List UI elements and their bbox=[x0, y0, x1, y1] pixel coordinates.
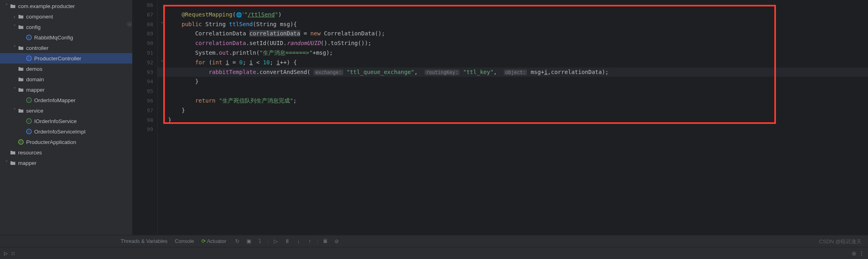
fold-marker[interactable] bbox=[158, 86, 166, 96]
fold-column[interactable]: ˅˅ bbox=[158, 0, 166, 134]
pause-icon[interactable]: ⏸ bbox=[283, 237, 291, 245]
code-line[interactable]: System.out.println("生产消息======>"+msg); bbox=[158, 48, 868, 58]
tree-item-rabbitmqconfig[interactable]: CRabbitMqConfig bbox=[0, 32, 132, 43]
fold-marker[interactable] bbox=[158, 68, 166, 77]
editor-pane: 868788o8990919293949596979899 ˅˅ @Reques… bbox=[133, 0, 868, 235]
package-icon bbox=[10, 3, 16, 9]
tree-item-iorderinfoservice[interactable]: IIOrderInfoService bbox=[0, 116, 132, 126]
debug-tab-actuator[interactable]: ⟳ Actuator bbox=[201, 238, 226, 244]
gutter-line[interactable]: 90 bbox=[133, 39, 153, 48]
chevron-down-icon[interactable]: ˅ bbox=[11, 24, 18, 30]
step-over-icon[interactable]: ⤵ bbox=[256, 237, 264, 245]
step-into-icon[interactable]: ↓ bbox=[294, 237, 302, 245]
code-line[interactable]: } bbox=[158, 77, 868, 86]
gutter-line[interactable]: 93 bbox=[133, 68, 153, 77]
chevron-down-icon[interactable]: ˅ bbox=[3, 160, 10, 166]
tree-item-label: IOrderInfoService bbox=[34, 118, 77, 124]
code-line[interactable]: return "生产死信队列生产消息完成"; bbox=[158, 96, 868, 106]
tree-item-domain[interactable]: domain bbox=[0, 74, 132, 84]
chevron-down-icon[interactable]: ˅ bbox=[11, 86, 18, 93]
tree-item-mapper[interactable]: ˅mapper bbox=[0, 158, 132, 168]
code-line[interactable]: } bbox=[158, 106, 868, 115]
code-line[interactable]: CorrelationData correlationData = new Co… bbox=[158, 29, 868, 39]
tree-item-orderinfoserviceimpl[interactable]: COrderInfoServiceImpl bbox=[0, 126, 132, 137]
gutter-line[interactable]: 87 bbox=[133, 10, 153, 20]
terminal-icon[interactable]: □ bbox=[12, 251, 14, 256]
package-icon bbox=[18, 45, 24, 51]
class-icon: C bbox=[26, 34, 32, 41]
gutter-line[interactable]: 88o bbox=[133, 20, 153, 29]
fold-marker[interactable] bbox=[158, 77, 166, 86]
fold-marker[interactable] bbox=[158, 106, 166, 115]
step-out-icon[interactable]: ↑ bbox=[306, 237, 314, 245]
tree-item-mapper[interactable]: ˅mapper bbox=[0, 84, 132, 95]
editor-gutter[interactable]: 868788o8990919293949596979899 bbox=[133, 0, 158, 235]
gutter-line[interactable]: 99 bbox=[133, 125, 153, 134]
gutter-line[interactable]: 97 bbox=[133, 106, 153, 115]
fold-marker[interactable]: ˅ bbox=[158, 20, 166, 29]
fold-marker[interactable]: ˅ bbox=[158, 58, 166, 68]
tree-item-producterapplication[interactable]: ProducterApplication bbox=[0, 137, 132, 147]
gutter-line[interactable]: 94 bbox=[133, 77, 153, 86]
tree-item-component[interactable]: ›component bbox=[0, 11, 132, 22]
tree-item-label: config bbox=[26, 24, 41, 30]
code-line[interactable]: @RequestMapping(🌐˅"/ttlSend") bbox=[158, 10, 868, 20]
fold-marker[interactable] bbox=[158, 29, 166, 39]
chevron-right-icon[interactable]: › bbox=[11, 13, 18, 20]
package-icon bbox=[18, 86, 24, 93]
fold-marker[interactable] bbox=[158, 96, 166, 106]
package-icon bbox=[18, 66, 24, 72]
gutter-override-icon[interactable]: o bbox=[127, 22, 132, 27]
more-icon[interactable]: ⋮ bbox=[859, 251, 864, 256]
gutter-line[interactable]: 92 bbox=[133, 58, 153, 68]
tree-item-controller[interactable]: ˅controller bbox=[0, 43, 132, 53]
fold-marker[interactable] bbox=[158, 115, 166, 125]
stop-icon[interactable]: ▣ bbox=[245, 237, 253, 245]
tree-item-label: demos bbox=[26, 66, 43, 72]
tree-item-productercontroller[interactable]: CProducterController bbox=[0, 53, 132, 64]
tree-item-com-example-producter[interactable]: ˅com.example.producter bbox=[0, 1, 132, 11]
tree-item-label: component bbox=[26, 14, 53, 20]
code-line[interactable]: for (int i = 0; i < 10; i++) { bbox=[158, 58, 868, 68]
tree-item-orderinfomapper[interactable]: IOrderInfoMapper bbox=[0, 95, 132, 105]
gutter-line[interactable]: 91 bbox=[133, 48, 153, 58]
svg-text:C: C bbox=[28, 57, 30, 60]
chevron-down-icon[interactable]: ˅ bbox=[3, 3, 10, 9]
code-line[interactable]: correlationData.setId(UUID.randomUUID().… bbox=[158, 39, 868, 48]
code-line[interactable]: } bbox=[158, 115, 868, 125]
tree-item-service[interactable]: ˅service bbox=[0, 105, 132, 116]
target-icon[interactable]: ◎ bbox=[852, 251, 856, 256]
code-area[interactable]: ˅˅ @RequestMapping(🌐˅"/ttlSend") public … bbox=[158, 0, 868, 235]
fold-marker[interactable] bbox=[158, 48, 166, 58]
code-line[interactable] bbox=[158, 86, 868, 96]
fold-marker[interactable] bbox=[158, 0, 166, 10]
code-line[interactable]: public String ttlSend(String msg){ bbox=[158, 20, 868, 29]
tree-item-resources[interactable]: resources bbox=[0, 147, 132, 158]
chevron-down-icon[interactable]: ˅ bbox=[11, 107, 18, 114]
gutter-line[interactable]: 96 bbox=[133, 96, 153, 106]
chevron-down-icon[interactable]: ˅ bbox=[11, 45, 18, 51]
svg-text:C: C bbox=[28, 36, 30, 39]
gutter-line[interactable]: 98 bbox=[133, 115, 153, 125]
tree-item-demos[interactable]: demos bbox=[0, 64, 132, 74]
class-icon: C bbox=[26, 128, 32, 135]
code-line[interactable] bbox=[158, 0, 868, 10]
debug-tab-console[interactable]: Console bbox=[175, 238, 194, 244]
code-line[interactable] bbox=[158, 125, 868, 134]
tree-item-config[interactable]: ˅config bbox=[0, 22, 132, 32]
debug-tab-threads[interactable]: Threads & Variables bbox=[121, 238, 168, 244]
project-tree[interactable]: ˅com.example.producter›component˅configC… bbox=[0, 0, 133, 235]
gutter-line[interactable]: 86 bbox=[133, 0, 153, 10]
fold-marker[interactable] bbox=[158, 39, 166, 48]
resume-icon[interactable]: ▷ bbox=[272, 237, 280, 245]
run-icon[interactable]: ▷ bbox=[4, 251, 8, 256]
gutter-line[interactable]: 89 bbox=[133, 29, 153, 39]
fold-marker[interactable] bbox=[158, 10, 166, 20]
gutter-line[interactable]: 95 bbox=[133, 86, 153, 96]
restart-icon[interactable]: ↻ bbox=[234, 237, 242, 245]
fold-marker[interactable] bbox=[158, 125, 166, 134]
code-line[interactable]: rabbitTemplate.convertAndSend( exchange:… bbox=[158, 68, 868, 77]
tree-item-label: controller bbox=[26, 45, 49, 51]
mute-breakpoints-icon[interactable]: ⊘ bbox=[333, 237, 341, 245]
evaluate-icon[interactable]: 🖩 bbox=[322, 237, 330, 245]
